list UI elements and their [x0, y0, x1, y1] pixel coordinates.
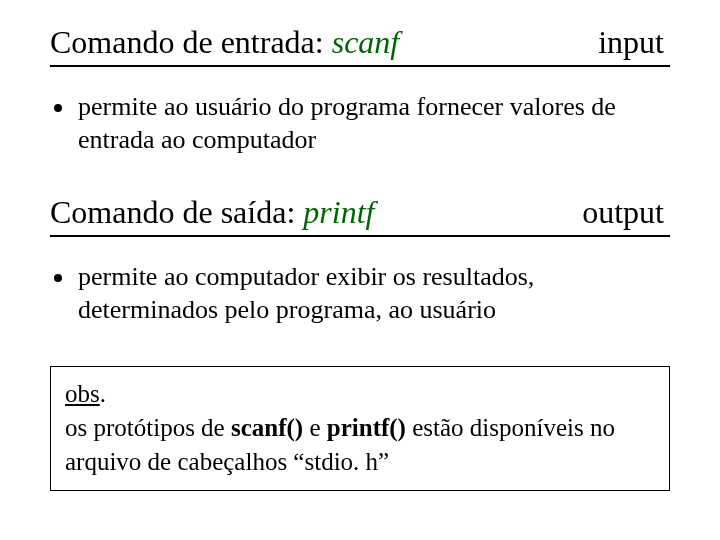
obs-box: obs. os protótipos de scanf() e printf()…: [50, 366, 670, 491]
bullets-input: permite ao usuário do programa fornecer …: [50, 91, 670, 156]
obs-scanf: scanf(): [231, 414, 303, 441]
obs-label: obs: [65, 380, 100, 407]
heading-input-right: input: [598, 24, 670, 61]
heading-input-prefix: Comando de entrada:: [50, 24, 332, 60]
bullets-output: permite ao computador exibir os resultad…: [50, 261, 670, 326]
obs-mid: e: [303, 414, 327, 441]
obs-label-suffix: .: [100, 380, 106, 407]
heading-output-left: Comando de saída: printf: [50, 194, 374, 231]
bullet-input: permite ao usuário do programa fornecer …: [76, 91, 664, 156]
slide: Comando de entrada: scanf input permite …: [0, 0, 720, 540]
heading-output-prefix: Comando de saída:: [50, 194, 303, 230]
heading-input-left: Comando de entrada: scanf: [50, 24, 399, 61]
bullet-output: permite ao computador exibir os resultad…: [76, 261, 664, 326]
heading-input-keyword: scanf: [332, 24, 400, 60]
obs-printf: printf(): [327, 414, 406, 441]
obs-line-pre: os protótipos de: [65, 414, 231, 441]
heading-output-keyword: printf: [303, 194, 374, 230]
heading-input: Comando de entrada: scanf input: [50, 24, 670, 67]
heading-output: Comando de saída: printf output: [50, 194, 670, 237]
heading-output-right: output: [582, 194, 670, 231]
